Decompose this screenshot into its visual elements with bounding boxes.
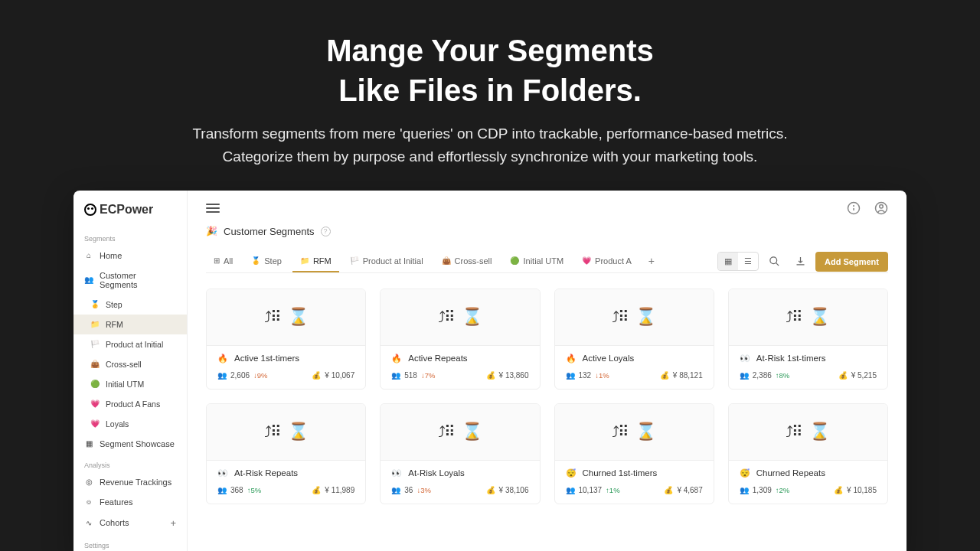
sidebar-item-step[interactable]: 🥇 Step	[74, 295, 187, 315]
sidebar-item-product-initial[interactable]: 🏳️ Product at Initial	[74, 334, 187, 354]
menu-toggle-button[interactable]	[206, 204, 220, 213]
money-icon: 💰	[312, 371, 321, 380]
revenue-value: ¥ 4,687	[677, 486, 702, 494]
logo[interactable]: ECPower	[74, 200, 187, 227]
ribbon-icon: ⌾	[84, 497, 93, 507]
card-stats: 👥368↑5%💰¥ 11,989	[207, 480, 365, 504]
segment-card[interactable]: ⤴⠿⌛👀At-Risk Repeats👥368↑5%💰¥ 11,989	[206, 403, 366, 504]
heart-icon: 💗	[90, 399, 100, 409]
card-title-row: 🔥Active 1st-timers	[207, 346, 365, 365]
tab-rfm[interactable]: 📁RFM	[292, 251, 339, 272]
sidebar-item-label: Product at Initial	[106, 340, 163, 349]
card-illustration: ⤴⠿⌛	[207, 289, 365, 346]
people-icon: 👥	[84, 276, 93, 285]
count-value: 2,386	[753, 371, 772, 380]
card-illustration: ⤴⠿⌛	[381, 289, 539, 346]
chart-icon: ∿	[84, 518, 93, 527]
tab-product-initial[interactable]: 🏳️Product at Initial	[342, 251, 431, 272]
sidebar-item-rfm[interactable]: 📁 RFM	[74, 315, 187, 334]
people-icon: 👥	[391, 486, 400, 494]
card-title: Active Repeats	[408, 354, 467, 363]
user-avatar-icon[interactable]	[874, 201, 888, 215]
hourglass-icon: ⌛	[462, 422, 482, 442]
sidebar-item-segment-showcase[interactable]: ▦ Segment Showcase	[74, 434, 187, 454]
people-icon: 👥	[217, 371, 227, 380]
segment-card[interactable]: ⤴⠿⌛🔥Active Repeats👥518↓7%💰¥ 13,860	[380, 289, 540, 390]
people-icon: 👥	[740, 371, 749, 380]
sidebar-item-loyals[interactable]: 💗 Loyals	[74, 414, 187, 434]
download-button[interactable]	[789, 251, 811, 272]
search-button[interactable]	[763, 251, 785, 272]
card-title-row: 😴Churned 1st-timers	[555, 461, 714, 480]
tab-cross-sell[interactable]: 👜Cross-sell	[434, 251, 500, 272]
member-count: 👥10,137↑1%	[566, 486, 620, 494]
dots-icon: ⤴⠿	[264, 422, 280, 441]
card-title: Churned 1st-timers	[583, 468, 658, 478]
people-icon: 👥	[566, 486, 575, 494]
sidebar-item-revenue[interactable]: ◎ Revenue Trackings	[74, 472, 187, 492]
hero-sub-line1: Transform segments from mere 'queries' o…	[192, 126, 787, 142]
sidebar-item-label: Segment Showcase	[100, 439, 175, 448]
segment-card[interactable]: ⤴⠿⌛🔥Active 1st-timers👥2,606↓9%💰¥ 10,067	[206, 289, 366, 390]
sidebar-item-cohorts[interactable]: ∿ Cohorts +	[74, 512, 187, 534]
medal-icon: 🥇	[90, 300, 100, 309]
dots-icon: ⤴⠿	[264, 308, 280, 326]
heart-icon: 💗	[90, 419, 100, 429]
tab-label: RFM	[313, 256, 332, 266]
card-illustration: ⤴⠿⌛	[555, 289, 714, 346]
sidebar-item-customer-segments[interactable]: 👥 Customer Segments	[74, 266, 187, 295]
card-title: Churned Repeats	[756, 468, 825, 478]
revenue-value: ¥ 38,106	[499, 486, 529, 494]
card-illustration: ⤴⠿⌛	[729, 404, 887, 461]
tab-initial-utm[interactable]: 🟢Initial UTM	[502, 251, 571, 272]
card-stats: 👥518↓7%💰¥ 13,860	[381, 365, 539, 389]
segment-card[interactable]: ⤴⠿⌛😴Churned Repeats👥1,309↑2%💰¥ 10,185	[728, 403, 888, 504]
tab-label: All	[224, 256, 233, 266]
hero-title-line2: Like Files in Folders.	[338, 73, 642, 107]
sidebar-item-product-a-fans[interactable]: 💗 Product A Fans	[74, 394, 187, 414]
member-count: 👥2,386↑8%	[740, 371, 790, 380]
folder-icon: 📁	[300, 256, 309, 265]
help-icon[interactable]: ?	[321, 227, 331, 236]
sidebar-item-home[interactable]: ⌂ Home	[74, 246, 187, 266]
segment-card[interactable]: ⤴⠿⌛😴Churned 1st-timers👥10,137↑1%💰¥ 4,687	[554, 403, 714, 504]
search-icon	[769, 256, 780, 267]
card-illustration: ⤴⠿⌛	[555, 404, 714, 461]
sidebar-item-initial-utm[interactable]: 🟢 Initial UTM	[74, 374, 187, 394]
revenue: 💰¥ 5,215	[838, 371, 877, 380]
card-title-row: 👀At-Risk 1st-timers	[729, 346, 887, 365]
hero-sub-line2: Categorize them by purpose and effortles…	[223, 148, 758, 165]
add-segment-button[interactable]: Add Segment	[815, 252, 888, 272]
hero-title: Mange Your Segments Like Files in Folder…	[0, 31, 980, 110]
tab-product-a[interactable]: 💗Product A	[574, 251, 639, 272]
list-view-button[interactable]: ☰	[738, 253, 758, 270]
card-title: Active 1st-timers	[234, 354, 299, 363]
revenue-value: ¥ 11,989	[325, 486, 354, 494]
money-icon: 💰	[838, 371, 848, 380]
revenue: 💰¥ 10,067	[312, 371, 354, 380]
dots-icon: ⤴⠿	[612, 422, 628, 441]
sidebar: ECPower Segments ⌂ Home 👥 Customer Segme…	[74, 191, 188, 551]
count-value: 132	[579, 371, 592, 380]
showcase-icon: ▦	[84, 439, 93, 448]
revenue: 💰¥ 88,121	[660, 371, 703, 380]
app-window: ECPower Segments ⌂ Home 👥 Customer Segme…	[74, 191, 906, 551]
tab-all[interactable]: ⊞All	[206, 251, 240, 272]
sidebar-item-features[interactable]: ⌾ Features	[74, 492, 187, 512]
add-tab-button[interactable]: +	[642, 252, 661, 272]
segment-card[interactable]: ⤴⠿⌛👀At-Risk 1st-timers👥2,386↑8%💰¥ 5,215	[728, 289, 888, 390]
hourglass-icon: ⌛	[288, 307, 309, 327]
dot-icon: 🟢	[510, 256, 519, 265]
delta-value: ↑8%	[776, 371, 789, 380]
people-icon: 👥	[217, 486, 227, 494]
info-icon[interactable]	[847, 201, 861, 215]
sidebar-item-cross-sell[interactable]: 👜 Cross-sell	[74, 354, 187, 374]
home-icon: ⌂	[84, 251, 93, 260]
grid-view-button[interactable]: ▦	[718, 253, 738, 270]
segment-card[interactable]: ⤴⠿⌛👀At-Risk Loyals👥36↓3%💰¥ 38,106	[380, 403, 540, 504]
tab-step[interactable]: 🥇Step	[243, 251, 289, 272]
card-stats: 👥1,309↑2%💰¥ 10,185	[729, 480, 887, 504]
card-stats: 👥10,137↑1%💰¥ 4,687	[555, 480, 714, 504]
plus-icon[interactable]: +	[170, 517, 176, 529]
segment-card[interactable]: ⤴⠿⌛🔥Active Loyals👥132↓1%💰¥ 88,121	[554, 289, 714, 390]
